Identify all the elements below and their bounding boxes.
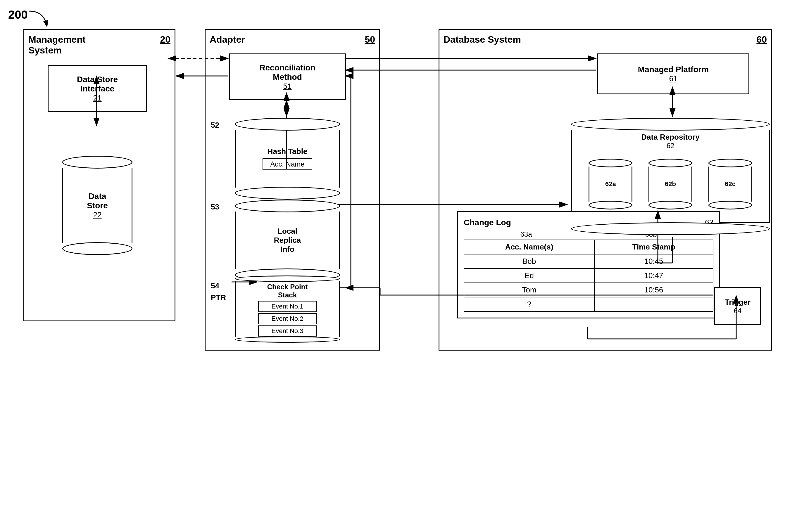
table-row: Bob 10:45 xyxy=(464,254,713,268)
event1-box: Event No.1 xyxy=(258,301,317,312)
acc-name-box: Acc. Name xyxy=(262,158,312,170)
sub-cylinder-62b: 62b xyxy=(647,159,694,209)
data-store-num: 22 xyxy=(93,210,102,220)
change-log-table: Acc. Name(s) Time Stamp Bob 10:45 Ed 10:… xyxy=(464,240,713,312)
managed-platform-box: Managed Platform 61 xyxy=(597,54,749,94)
local-replica-num-label: 53 xyxy=(211,203,219,211)
check-point-num-label: 54 xyxy=(211,281,219,290)
data-store-interface-box: Data StoreInterface 21 xyxy=(48,65,147,112)
data-store-interface-label: Data StoreInterface xyxy=(77,75,118,94)
sub-62c-label: 62c xyxy=(725,180,736,188)
adapter-num: 50 xyxy=(365,34,375,45)
name-bob: Bob xyxy=(464,254,594,268)
trigger-num: 64 xyxy=(734,307,742,315)
col2-header: Time Stamp xyxy=(594,240,713,254)
database-system-box: Database System 60 Managed Platform 61 D… xyxy=(439,29,772,350)
trigger-box: Trigger 64 xyxy=(714,287,761,325)
management-system-box: ManagementSystem 20 Data StoreInterface … xyxy=(23,29,175,321)
hash-table-num-label: 52 xyxy=(211,121,219,130)
data-store-cylinder: DataStore 22 xyxy=(59,156,135,255)
reconciliation-box: ReconciliationMethod 51 xyxy=(229,54,346,100)
data-store-interface-num: 21 xyxy=(93,94,102,102)
data-repo-num: 62 xyxy=(572,142,769,153)
hash-table-cylinder: Hash Table Acc. Name xyxy=(229,118,346,200)
managed-platform-num: 61 xyxy=(669,74,678,83)
table-row: Tom 10:56 xyxy=(464,283,713,297)
table-row: Ed 10:47 xyxy=(464,268,713,283)
diagram: 200 ManagementSystem 20 Data StoreInterf… xyxy=(0,0,797,532)
db-title: Database System xyxy=(444,34,521,45)
name-ed: Ed xyxy=(464,268,594,283)
time-ed: 10:47 xyxy=(594,268,713,283)
adapter-title: Adapter xyxy=(210,34,245,45)
table-row: ? xyxy=(464,297,713,311)
col-a-label: 63a xyxy=(464,230,589,239)
check-point-cylinder: Check PointStack Event No.1 Event No.2 E… xyxy=(229,276,346,343)
time-bob: 10:45 xyxy=(594,254,713,268)
adapter-box: Adapter 50 ReconciliationMethod 51 52 Ha… xyxy=(205,29,380,350)
fig-number: 200 xyxy=(8,8,28,21)
sub-cylinder-62c: 62c xyxy=(707,159,754,209)
ptr-label: PTR xyxy=(211,293,226,302)
managed-platform-label: Managed Platform xyxy=(638,65,709,74)
time-tom: 10:56 xyxy=(594,283,713,297)
sub-62a-label: 62a xyxy=(605,180,616,188)
sub-cylinder-62a: 62a xyxy=(587,159,634,209)
trigger-label: Trigger xyxy=(725,298,750,307)
check-point-label: Check PointStack xyxy=(267,283,308,300)
data-repo-label: Data Repository xyxy=(572,130,769,142)
mgmt-title: ManagementSystem xyxy=(29,34,86,56)
db-num: 60 xyxy=(756,34,767,45)
local-replica-cylinder: LocalReplicaInfo xyxy=(229,200,346,281)
change-log-title: Change Log xyxy=(464,218,511,227)
hash-table-label: Hash Table xyxy=(267,147,308,156)
fig-arrow xyxy=(26,8,50,32)
event2-box: Event No.2 xyxy=(258,313,317,324)
time-unknown xyxy=(594,297,713,311)
col1-header: Acc. Name(s) xyxy=(464,240,594,254)
event3-box: Event No.3 xyxy=(258,325,317,337)
reconciliation-num: 51 xyxy=(283,82,292,91)
local-replica-label: LocalReplicaInfo xyxy=(274,227,301,254)
reconciliation-label: ReconciliationMethod xyxy=(259,63,315,82)
name-unknown: ? xyxy=(464,297,594,311)
mgmt-num: 20 xyxy=(160,34,170,45)
sub-62b-label: 62b xyxy=(665,180,676,188)
data-store-label: DataStore xyxy=(87,192,108,210)
name-tom: Tom xyxy=(464,283,594,297)
